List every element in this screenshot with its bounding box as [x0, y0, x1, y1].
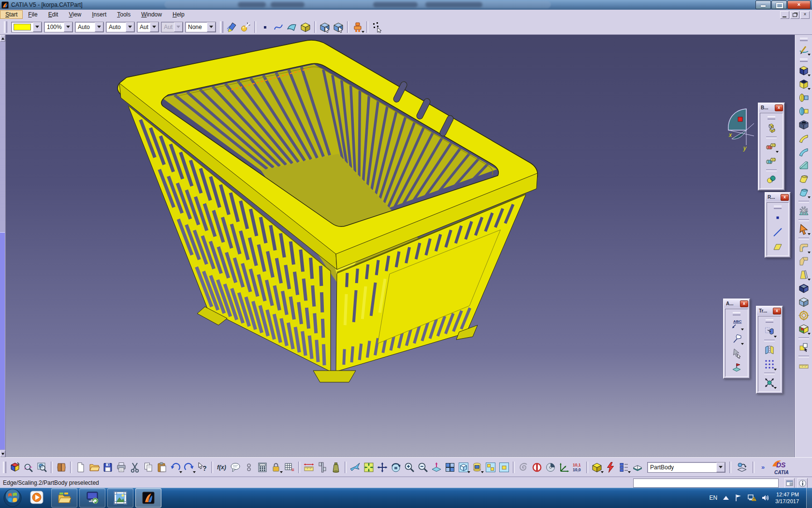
- volume-icon[interactable]: [299, 21, 312, 33]
- remove-icon[interactable]: [765, 154, 778, 168]
- graphic-property-combo-3[interactable]: Aut: [137, 22, 159, 32]
- comment-icon[interactable]: [229, 461, 242, 474]
- chevron-down-icon[interactable]: [174, 22, 183, 32]
- rib-icon[interactable]: [798, 132, 810, 145]
- panel-title-bar[interactable]: Tr... x: [757, 307, 782, 315]
- render-style-icon[interactable]: [471, 461, 483, 474]
- catalog-browser-alt-icon[interactable]: [332, 21, 345, 33]
- pad-icon[interactable]: [798, 64, 810, 77]
- graduated-dial-icon[interactable]: [517, 461, 530, 474]
- mdi-minimize-button[interactable]: [780, 11, 789, 19]
- graphic-property-combo-1[interactable]: Auto: [75, 22, 104, 32]
- taskbar-app-remote-desktop[interactable]: [79, 488, 105, 508]
- show-hidden-icons[interactable]: [723, 495, 729, 500]
- measure-inertia-icon[interactable]: [330, 461, 342, 474]
- design-table-icon[interactable]: [256, 461, 269, 474]
- hole-icon[interactable]: [798, 119, 810, 131]
- drag-handle[interactable]: [3, 462, 6, 473]
- lock-icon[interactable]: [270, 461, 282, 474]
- menu-insert[interactable]: Insert: [87, 10, 112, 19]
- rotate-icon[interactable]: [390, 461, 402, 474]
- panel-reference-elements[interactable]: R... x: [765, 192, 791, 258]
- scrollbar-thumb[interactable]: [0, 232, 5, 449]
- removed-multi-sections-solid-icon[interactable]: [798, 186, 810, 199]
- menu-help[interactable]: Help: [167, 10, 190, 19]
- graphic-property-combo-2[interactable]: Auto: [106, 22, 135, 32]
- drag-handle[interactable]: [766, 319, 773, 323]
- chevron-down-icon[interactable]: [126, 22, 134, 32]
- shell-icon[interactable]: [798, 282, 810, 295]
- draft-angle-icon[interactable]: [798, 269, 810, 281]
- hand-grab-icon[interactable]: [730, 346, 743, 360]
- edge-fillet-icon[interactable]: [798, 241, 810, 254]
- swap-visible-space-icon[interactable]: [498, 461, 510, 474]
- catalog-icon[interactable]: [55, 461, 68, 474]
- snap-grid-icon[interactable]: 10,110,0: [571, 461, 584, 474]
- close-button[interactable]: ×: [787, 0, 811, 9]
- advanced-dress-up-icon[interactable]: [798, 205, 810, 217]
- stiffener-icon[interactable]: [798, 159, 810, 172]
- panel-title-bar[interactable]: A... x: [724, 299, 749, 308]
- drag-handle[interactable]: [800, 38, 808, 41]
- fly-mode-icon[interactable]: [349, 461, 362, 474]
- plane-icon[interactable]: [771, 240, 784, 254]
- title-bar[interactable]: CATIA V5 - [korpa.CATPart] ×: [0, 0, 812, 10]
- equivalent-dimensions-icon[interactable]: =: [283, 461, 296, 474]
- drag-handle[interactable]: [220, 21, 223, 33]
- taskbar-app-catia[interactable]: [135, 488, 161, 508]
- scroll-up-icon[interactable]: [0, 35, 5, 42]
- assemble-icon[interactable]: [765, 121, 778, 135]
- rectangular-pattern-icon[interactable]: [763, 358, 776, 371]
- hide-show-icon[interactable]: [484, 461, 497, 474]
- zoom-out-icon[interactable]: [417, 461, 429, 474]
- drag-handle[interactable]: [800, 59, 808, 62]
- select-icon[interactable]: [798, 223, 810, 236]
- scaling-icon[interactable]: [763, 376, 776, 389]
- panel-annotations[interactable]: A... x ABC: [723, 299, 750, 379]
- close-icon[interactable]: x: [740, 300, 748, 307]
- taskbar-app-photo-viewer[interactable]: [107, 488, 133, 508]
- isometric-view-icon[interactable]: [457, 461, 470, 474]
- sketch-analysis-icon[interactable]: [22, 461, 35, 474]
- current-body-combo[interactable]: PartBody: [647, 462, 725, 473]
- chevron-down-icon[interactable]: [33, 22, 42, 32]
- close-icon[interactable]: x: [775, 105, 783, 111]
- panel-title-bar[interactable]: B... x: [759, 104, 784, 112]
- fit-all-in-icon[interactable]: [362, 461, 375, 474]
- union-trim-icon[interactable]: [765, 173, 778, 186]
- drag-handle[interactable]: [4, 21, 7, 33]
- drag-handle[interactable]: [733, 312, 740, 315]
- start-button[interactable]: [3, 488, 22, 508]
- groove-icon[interactable]: [798, 105, 810, 118]
- copy-icon[interactable]: [142, 461, 155, 474]
- cut-icon[interactable]: [129, 461, 141, 474]
- graphic-property-combo-0[interactable]: 100%: [44, 22, 73, 32]
- insert-body-icon[interactable]: [798, 341, 810, 354]
- multi-view-icon[interactable]: [444, 461, 456, 474]
- datum-points-cloud-icon[interactable]: [371, 21, 383, 33]
- panel-boolean-operations[interactable]: B... x: [758, 103, 785, 191]
- datum-point-icon[interactable]: [259, 21, 271, 33]
- print-icon[interactable]: [115, 461, 128, 474]
- minimize-button[interactable]: [755, 0, 771, 9]
- taskbar-clock[interactable]: 12:47 PM 3/17/2017: [775, 491, 799, 505]
- menu-edit[interactable]: Edit: [43, 10, 64, 19]
- menu-view[interactable]: View: [63, 10, 87, 19]
- mdi-restore-button[interactable]: [790, 11, 799, 19]
- network-warning-icon[interactable]: [748, 494, 756, 502]
- power-input-field[interactable]: [633, 478, 779, 488]
- viewport-scrollbar[interactable]: [0, 35, 6, 457]
- command-window-icon[interactable]: [784, 478, 795, 488]
- pocket-icon[interactable]: [798, 78, 810, 90]
- panel-title-bar[interactable]: R... x: [766, 193, 790, 201]
- catalog-transfer-icon[interactable]: [736, 461, 748, 474]
- chamfer-icon[interactable]: [798, 255, 810, 268]
- workbench-icon[interactable]: [9, 461, 21, 474]
- close-icon[interactable]: x: [773, 308, 781, 314]
- whats-this-icon[interactable]: ?: [196, 461, 209, 474]
- close-icon[interactable]: x: [781, 194, 789, 201]
- normal-view-icon[interactable]: [430, 461, 443, 474]
- scroll-down-icon[interactable]: [0, 450, 5, 457]
- menu-tools[interactable]: Tools: [112, 10, 136, 19]
- thickness-icon[interactable]: [798, 296, 810, 308]
